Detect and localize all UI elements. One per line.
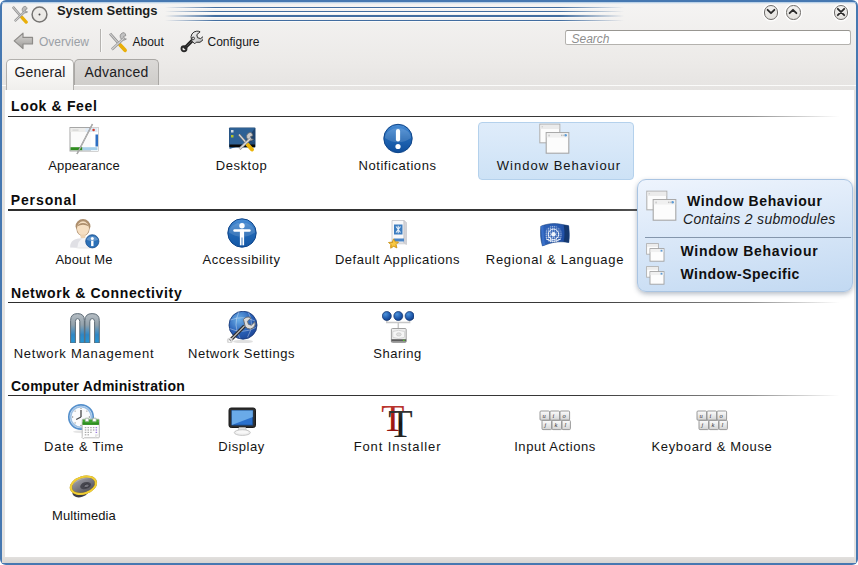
svg-text:k: k (555, 421, 558, 428)
svg-text:j: j (701, 421, 704, 428)
svg-text:i: i (553, 411, 555, 418)
svg-text:i: i (710, 411, 712, 418)
svg-text:k: k (712, 421, 715, 428)
svg-text:j: j (544, 421, 547, 428)
svg-text:l: l (565, 421, 567, 428)
svg-text:l: l (722, 421, 724, 428)
